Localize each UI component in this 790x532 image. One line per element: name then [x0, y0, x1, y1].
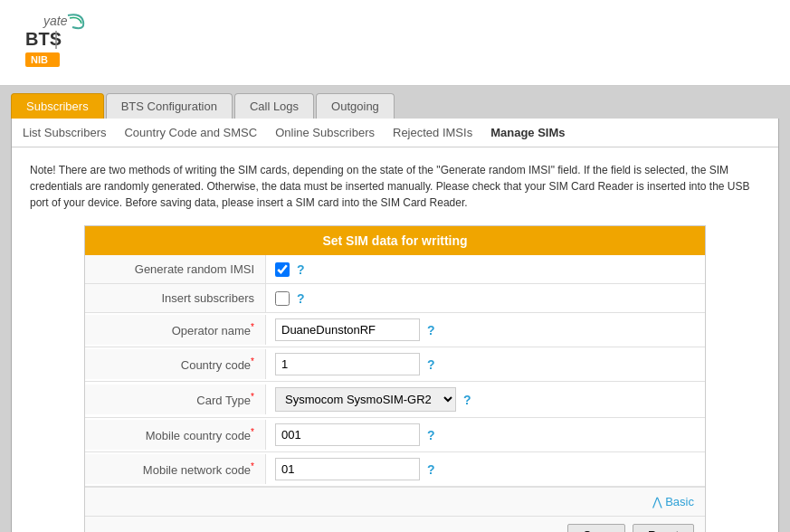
- label-card-type: Card Type*: [85, 385, 266, 414]
- subnav-list-subscribers[interactable]: List Subscribers: [23, 126, 106, 139]
- label-operator-name: Operator name*: [85, 315, 266, 345]
- help-icon-card-type[interactable]: ?: [463, 393, 471, 407]
- checkbox-generate-random-imsi[interactable]: [275, 262, 290, 277]
- input-mobile-country-code[interactable]: [275, 423, 420, 446]
- help-icon-mobile-country-code[interactable]: ?: [427, 428, 435, 442]
- sub-nav: List Subscribers Country Code and SMSC O…: [12, 119, 778, 147]
- help-icon-mobile-network-code[interactable]: ?: [427, 462, 435, 477]
- subnav-manage-sims[interactable]: Manage SIMs: [490, 126, 565, 139]
- basic-link[interactable]: Basic: [652, 495, 694, 508]
- sim-form: Set SIM data for writting Generate rando…: [84, 225, 706, 532]
- input-mobile-network-code[interactable]: [275, 458, 420, 480]
- help-icon-operator-name[interactable]: ?: [427, 323, 435, 337]
- help-icon-generate-random-imsi[interactable]: ?: [297, 262, 305, 277]
- form-header: Set SIM data for writting: [85, 226, 705, 255]
- row-generate-random-imsi: Generate random IMSI ?: [85, 255, 705, 284]
- help-icon-insert-subscribers[interactable]: ?: [297, 291, 305, 306]
- reset-button[interactable]: Reset: [633, 524, 694, 532]
- help-icon-country-code[interactable]: ?: [427, 357, 435, 372]
- svg-text:yate: yate: [43, 14, 68, 28]
- label-mobile-network-code: Mobile network code*: [85, 454, 266, 484]
- label-country-code: Country code*: [85, 349, 266, 379]
- row-operator-name: Operator name* ?: [85, 313, 705, 347]
- logo: yate BTS NIB: [11, 7, 107, 78]
- top-nav: Subscribers BTS Configuration Call Logs …: [0, 86, 790, 119]
- input-country-code[interactable]: [275, 353, 420, 375]
- tab-subscribers[interactable]: Subscribers: [11, 93, 104, 119]
- form-buttons: Save Reset: [85, 516, 705, 532]
- checkbox-insert-subscribers[interactable]: [275, 291, 290, 306]
- tab-bts-config[interactable]: BTS Configuration: [106, 93, 233, 119]
- subnav-online-subscribers[interactable]: Online Subscribers: [275, 126, 375, 139]
- row-mobile-country-code: Mobile country code* ?: [85, 418, 705, 452]
- svg-text:NIB: NIB: [31, 54, 48, 65]
- label-generate-random-imsi: Generate random IMSI: [85, 255, 266, 283]
- label-mobile-country-code: Mobile country code*: [85, 420, 266, 450]
- note-text: Note! There are two methods of writing t…: [30, 162, 760, 211]
- tab-call-logs[interactable]: Call Logs: [234, 93, 314, 119]
- input-operator-name[interactable]: [275, 318, 420, 341]
- subnav-rejected-imsis[interactable]: Rejected IMSIs: [393, 126, 472, 139]
- row-insert-subscribers: Insert subscribers ?: [85, 284, 705, 313]
- row-mobile-network-code: Mobile network code* ?: [85, 452, 705, 487]
- select-card-type[interactable]: Sysmocom SysmoSIM-GR2: [275, 387, 456, 412]
- tab-outgoing[interactable]: Outgoing: [316, 93, 395, 119]
- label-insert-subscribers: Insert subscribers: [85, 284, 266, 312]
- save-button[interactable]: Save: [567, 524, 625, 532]
- form-basic-section: Basic: [85, 487, 705, 516]
- subnav-country-code-smsc[interactable]: Country Code and SMSC: [124, 126, 257, 139]
- row-card-type: Card Type* Sysmocom SysmoSIM-GR2 ?: [85, 382, 705, 418]
- row-country-code: Country code* ?: [85, 347, 705, 382]
